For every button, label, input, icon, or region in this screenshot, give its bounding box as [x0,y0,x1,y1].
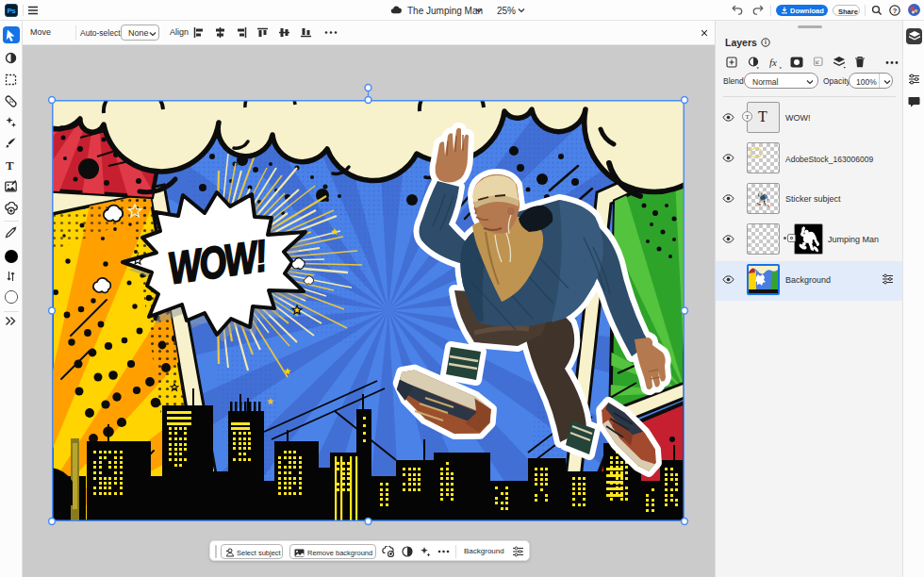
svg-text:fx: fx [769,57,777,68]
svg-text:?: ? [893,7,898,15]
